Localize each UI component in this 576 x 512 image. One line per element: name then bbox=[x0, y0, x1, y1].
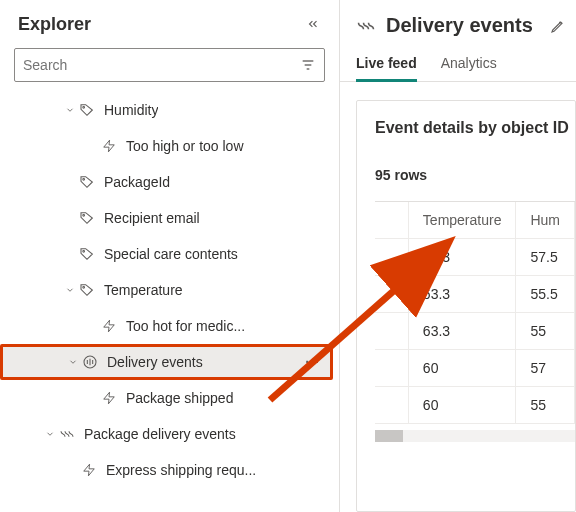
main-panel: Delivery events Live feed Analytics Even… bbox=[340, 0, 576, 512]
filter-icon[interactable] bbox=[300, 57, 316, 73]
col-humidity[interactable]: Hum bbox=[516, 202, 575, 239]
svg-marker-4 bbox=[104, 140, 115, 152]
svg-point-3 bbox=[83, 106, 85, 108]
search-input-wrapper[interactable] bbox=[14, 48, 325, 82]
card-title: Event details by object ID bbox=[375, 119, 575, 137]
chevron-down-icon bbox=[62, 285, 78, 295]
table-row[interactable]: 6057 bbox=[375, 350, 575, 387]
edit-button[interactable] bbox=[550, 18, 566, 34]
tag-icon bbox=[78, 246, 96, 262]
eventstream-icon bbox=[58, 426, 76, 442]
tree-label: PackageId bbox=[104, 174, 170, 190]
tree-label: Too high or too low bbox=[126, 138, 244, 154]
tree-node-packageid[interactable]: PackageId bbox=[0, 164, 333, 200]
more-button[interactable]: ··· bbox=[295, 354, 330, 370]
tree-label: Humidity bbox=[104, 102, 158, 118]
tree-node-temperature[interactable]: Temperature bbox=[0, 272, 333, 308]
table-row[interactable]: 6055 bbox=[375, 387, 575, 424]
tree-node-delivery-events[interactable]: Delivery events ··· bbox=[0, 344, 333, 380]
tab-live-feed[interactable]: Live feed bbox=[356, 47, 417, 81]
col-temperature[interactable]: Temperature bbox=[408, 202, 516, 239]
svg-marker-9 bbox=[104, 320, 115, 332]
tree-node-delivery-events-child[interactable]: Package shipped bbox=[0, 380, 333, 416]
tag-icon bbox=[78, 282, 96, 298]
tree-label: Recipient email bbox=[104, 210, 200, 226]
row-count: 95 rows bbox=[375, 167, 575, 183]
chevron-down-icon bbox=[62, 105, 78, 115]
horizontal-scrollbar[interactable] bbox=[375, 430, 575, 442]
tree-node-temperature-child[interactable]: Too hot for medic... bbox=[0, 308, 333, 344]
search-input[interactable] bbox=[23, 57, 300, 73]
svg-point-6 bbox=[83, 214, 85, 216]
svg-point-8 bbox=[83, 286, 85, 288]
lightning-icon bbox=[80, 463, 98, 477]
page-title: Delivery events bbox=[386, 14, 540, 37]
explorer-sidebar: Explorer Humidity T bbox=[0, 0, 340, 512]
table-row[interactable]: 63.357.5 bbox=[375, 239, 575, 276]
tag-icon bbox=[78, 102, 96, 118]
svg-marker-15 bbox=[84, 464, 95, 476]
tree-node-express[interactable]: Express shipping requ... bbox=[0, 452, 333, 488]
tab-analytics[interactable]: Analytics bbox=[441, 47, 497, 81]
table-row[interactable]: 63.355 bbox=[375, 313, 575, 350]
tree-node-humidity[interactable]: Humidity bbox=[0, 92, 333, 128]
table-row[interactable]: 63.355.5 bbox=[375, 276, 575, 313]
tree-node-humidity-child[interactable]: Too high or too low bbox=[0, 128, 333, 164]
tree-label: Express shipping requ... bbox=[106, 462, 256, 478]
tree-label: Too hot for medic... bbox=[126, 318, 245, 334]
tree-label: Temperature bbox=[104, 282, 183, 298]
lightning-icon bbox=[100, 391, 118, 405]
tag-icon bbox=[78, 210, 96, 226]
sidebar-title: Explorer bbox=[18, 14, 91, 35]
chevron-down-icon bbox=[65, 357, 81, 367]
lightning-icon bbox=[100, 139, 118, 153]
svg-point-7 bbox=[83, 250, 85, 252]
svg-point-5 bbox=[83, 178, 85, 180]
tag-icon bbox=[78, 174, 96, 190]
tree-node-special[interactable]: Special care contents bbox=[0, 236, 333, 272]
event-details-card: Event details by object ID 95 rows Tempe… bbox=[356, 100, 576, 512]
tree-node-pkg-delivery-events[interactable]: Package delivery events bbox=[0, 416, 333, 452]
tree-scroll[interactable]: Humidity Too high or too low PackageId R… bbox=[0, 92, 339, 512]
col-blank bbox=[375, 202, 408, 239]
tree-label: Package shipped bbox=[126, 390, 233, 406]
eventstream-icon bbox=[356, 16, 376, 36]
tree-label: Package delivery events bbox=[84, 426, 236, 442]
stream-icon bbox=[81, 354, 99, 370]
tree-label: Special care contents bbox=[104, 246, 238, 262]
pencil-icon bbox=[550, 18, 566, 34]
tabs: Live feed Analytics bbox=[340, 41, 576, 82]
collapse-sidebar-button[interactable] bbox=[301, 12, 325, 36]
tree-node-recipient[interactable]: Recipient email bbox=[0, 200, 333, 236]
svg-marker-14 bbox=[104, 392, 115, 404]
lightning-icon bbox=[100, 319, 118, 333]
chevron-double-left-icon bbox=[306, 17, 320, 31]
data-table: Temperature Hum 63.357.5 63.355.5 63.355… bbox=[375, 202, 575, 424]
chevron-down-icon bbox=[42, 429, 58, 439]
tree-label: Delivery events bbox=[107, 354, 203, 370]
